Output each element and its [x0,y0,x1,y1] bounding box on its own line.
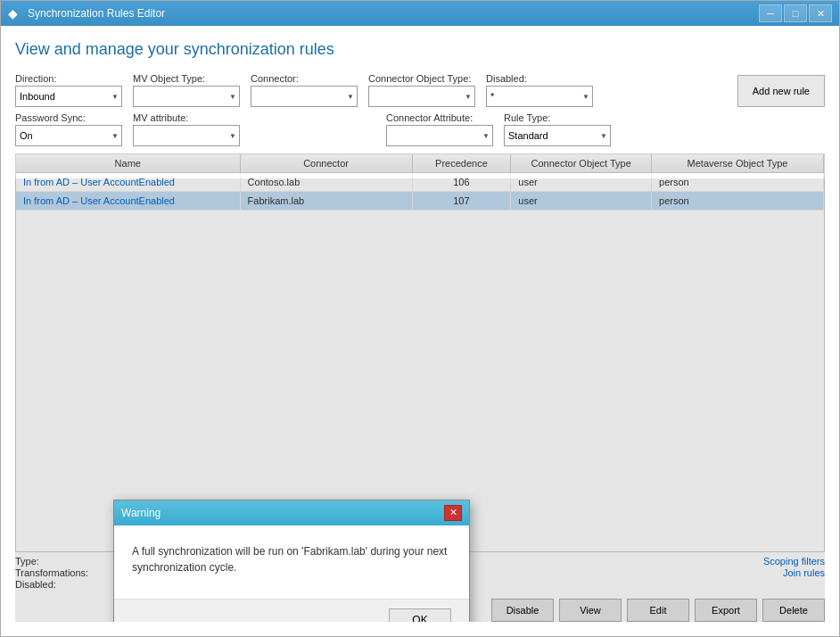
minimize-button[interactable]: ─ [759,4,782,22]
maximize-button[interactable]: □ [784,4,807,22]
dialog-close-button[interactable]: ✕ [444,505,462,521]
rule-type-label: Rule Type: [504,112,611,123]
title-bar-controls: ─ □ ✕ [759,4,832,22]
connector-attribute-select-wrapper [386,125,493,146]
connector-object-type-select-wrapper [368,86,475,107]
disabled-select-wrapper: * Yes No [486,86,593,107]
col-header-connector-object-type: Connector Object Type [511,154,652,172]
app-icon: ◆ [8,6,22,21]
col-header-metaverse-object-type: Metaverse Object Type [652,154,824,172]
mv-attribute-group: MV attribute: [133,112,240,146]
direction-select[interactable]: Inbound Outbound [15,86,122,107]
table-and-dialog-area: Name Connector Precedence Connector Obje… [15,153,825,622]
rule-type-group: Rule Type: Standard Provisioning [504,112,611,146]
title-bar: ◆ Synchronization Rules Editor ─ □ ✕ [1,1,839,26]
mv-object-type-select-wrapper [133,86,240,107]
warning-dialog: Warning ✕ A full synchronization will be… [113,500,470,623]
dialog-title-bar: Warning ✕ [114,500,469,525]
password-sync-select-wrapper: On Off [15,125,122,146]
connector-attribute-select[interactable] [386,125,493,146]
page-title: View and manage your synchronization rul… [15,40,825,59]
col-header-connector: Connector [241,154,413,172]
disabled-group: Disabled: * Yes No [486,73,593,107]
mv-attribute-label: MV attribute: [133,112,240,123]
mv-object-type-label: MV Object Type: [133,73,240,84]
mv-attribute-select-wrapper [133,125,240,146]
window-title: Synchronization Rules Editor [28,7,165,20]
dialog-title: Warning [121,507,161,519]
disabled-label: Disabled: [486,73,593,84]
rule-type-select[interactable]: Standard Provisioning [504,125,611,146]
password-sync-group: Password Sync: On Off [15,112,122,146]
close-button[interactable]: ✕ [809,4,832,22]
mv-object-type-select[interactable] [133,86,240,107]
connector-select[interactable] [251,86,358,107]
filter-area: Direction: Inbound Outbound MV Object Ty… [15,73,825,146]
col-header-precedence: Precedence [413,154,512,172]
connector-object-type-label: Connector Object Type: [368,73,475,84]
filter-row-2: Password Sync: On Off MV attribute: [15,112,825,146]
direction-select-wrapper: Inbound Outbound [15,86,122,107]
connector-group: Connector: [251,73,358,107]
connector-label: Connector: [251,73,358,84]
content-area: View and manage your synchronization rul… [1,26,839,636]
rule-type-select-wrapper: Standard Provisioning [504,125,611,146]
connector-object-type-select[interactable] [368,86,475,107]
password-sync-label: Password Sync: [15,112,122,123]
main-window: ◆ Synchronization Rules Editor ─ □ ✕ Vie… [0,0,840,637]
col-header-name: Name [16,154,241,172]
direction-group: Direction: Inbound Outbound [15,73,122,107]
add-new-rule-button[interactable]: Add new rule [737,75,825,107]
connector-attribute-group: Connector Attribute: [386,112,493,146]
mv-attribute-select[interactable] [133,125,240,146]
dialog-body: A full synchronization will be run on 'F… [114,525,469,599]
filter-row-1: Direction: Inbound Outbound MV Object Ty… [15,73,825,107]
connector-object-type-group: Connector Object Type: [368,73,475,107]
mv-object-type-group: MV Object Type: [133,73,240,107]
ok-button[interactable]: OK [389,608,451,623]
connector-attribute-label: Connector Attribute: [386,112,493,123]
dialog-footer: OK [114,599,469,623]
connector-select-wrapper [251,86,358,107]
disabled-select[interactable]: * Yes No [486,86,593,107]
dialog-message: A full synchronization will be run on 'F… [132,543,451,575]
title-bar-left: ◆ Synchronization Rules Editor [8,6,165,21]
direction-label: Direction: [15,73,122,84]
table-header: Name Connector Precedence Connector Obje… [16,154,824,173]
password-sync-select[interactable]: On Off [15,125,122,146]
